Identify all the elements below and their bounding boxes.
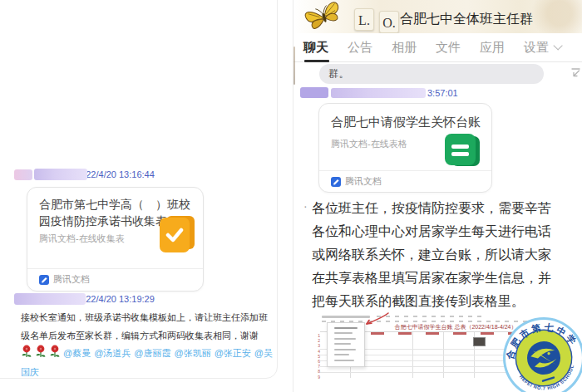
notice-message-text: 接校长室通知，班级承诺书收集模板如上，请让班主任添加班级名单后发布至家长群，编辑… <box>21 308 273 345</box>
tab-相册[interactable]: 相册 <box>392 33 417 62</box>
red-arrow-annotation <box>358 311 392 328</box>
doc-card-care-ledger[interactable]: 合肥七中请假学生关怀台账 腾讯文档-在线表格 腾讯文档 <box>318 103 492 193</box>
doc-card-source: 腾讯文档 <box>345 175 382 188</box>
mention-link[interactable]: @张正安 <box>215 348 251 358</box>
tab-聊天[interactable]: 聊天 <box>303 33 328 62</box>
tab-文件[interactable]: 文件 <box>436 33 461 62</box>
sheet-row-numbers: 123456789 <box>312 333 320 380</box>
tab-label: 应用 <box>480 40 505 56</box>
sender-name-redacted[interactable] <box>331 88 426 98</box>
chevron-down-icon[interactable] <box>553 41 562 50</box>
group-chat-window: L. O. 合肥七中全体班主任群 聊天公告相册文件应用设置 群。 3:57:01… <box>293 0 582 392</box>
letter-tile: O. <box>379 11 399 33</box>
tab-label: 公告 <box>348 40 372 56</box>
message-timestamp: 2022/4/20 13:19:29 <box>76 294 155 304</box>
doc-card-collect-form[interactable]: 合肥市第七中学高（ ）班校园疫情防控承诺书收集表 腾讯文档-在线收集表 腾讯 <box>27 187 204 292</box>
bullet-dot: · <box>303 199 308 213</box>
sheet-context-menu <box>327 322 365 367</box>
collapse-icon[interactable] <box>570 67 581 78</box>
rose-emoji <box>21 345 32 359</box>
sender-name-redacted[interactable] <box>14 293 86 305</box>
sender-name-redacted[interactable] <box>14 169 32 180</box>
sender-name-redacted[interactable] <box>34 169 87 180</box>
left-chat-window: 2022/4/20 13:16:44 合肥市第七中学高（ ）班校园疫情防控承诺书… <box>0 0 278 379</box>
tab-label: 设置 <box>524 40 549 56</box>
tencent-docs-icon <box>39 275 49 285</box>
care-instruction-message: 各位班主任，按疫情防控要求，需要辛苦各位和心理中心对居家学生每天进行电话或网络联… <box>312 197 555 313</box>
tab-公告[interactable]: 公告 <box>348 33 372 62</box>
group-title: 合肥七中全体班主任群 <box>400 11 533 28</box>
doc-card-subtitle: 腾讯文档-在线表格 <box>331 138 407 150</box>
tab-应用[interactable]: 应用 <box>480 33 505 62</box>
doc-card-title: 合肥七中请假学生关怀台账 <box>331 115 487 130</box>
butterfly-photo <box>300 1 348 34</box>
group-tab-bar: 聊天公告相册文件应用设置 <box>293 33 582 62</box>
spreadsheet-icon <box>445 134 480 167</box>
flower-photo-decoration <box>525 0 582 33</box>
mention-link[interactable]: @张凯丽 <box>175 348 211 358</box>
cell-image-thumbnail <box>473 337 486 346</box>
sender-name-redacted[interactable] <box>300 87 328 98</box>
tab-设置[interactable]: 设置 <box>524 33 560 62</box>
school-badge-logo: 合肥市第七中学 HEFEI NO.7 HIGH SCHOOL <box>501 316 582 392</box>
screenshot-canvas: 2022/4/20 13:16:44 合肥市第七中学高（ ）班校园疫情防控承诺书… <box>0 0 582 392</box>
message-timestamp: 2022/4/20 13:16:44 <box>76 169 155 179</box>
mention-link[interactable]: @唐丽霞 <box>134 348 170 358</box>
mention-link[interactable]: @汤道兵 <box>94 348 131 358</box>
letter-tile: L. <box>354 8 374 31</box>
group-header: L. O. 合肥七中全体班主任群 <box>293 0 582 33</box>
collect-form-icon <box>160 214 195 252</box>
partial-bubble-text: 群。 <box>328 67 349 81</box>
message-timestamp: 3:57:01 <box>427 88 458 98</box>
rose-emoji <box>49 345 61 359</box>
tab-label: 聊天 <box>303 40 328 56</box>
tencent-docs-icon <box>331 177 341 187</box>
doc-card-subtitle: 腾讯文档-在线收集表 <box>39 233 125 245</box>
tab-label: 文件 <box>436 40 461 56</box>
mention-link[interactable]: @蔡曼 <box>63 348 91 358</box>
tab-label: 相册 <box>392 40 417 56</box>
partial-message-bubble: 群。 <box>319 64 544 84</box>
rose-emoji <box>35 345 47 359</box>
doc-card-source: 腾讯文档 <box>53 273 90 286</box>
photo-edge-sliver <box>293 47 295 85</box>
mention-row: @蔡曼@汤道兵@唐丽霞@张凯丽@张正安@吴国庆 <box>21 343 277 381</box>
